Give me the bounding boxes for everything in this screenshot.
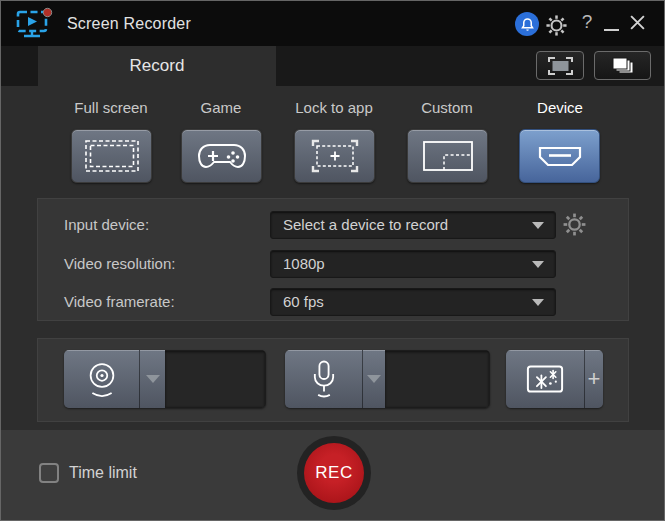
- mode-label-full-screen: Full screen: [51, 99, 171, 116]
- time-limit-label: Time limit: [69, 462, 137, 484]
- notification-bell-button[interactable]: [515, 12, 539, 36]
- screenshot-button[interactable]: [536, 51, 584, 80]
- video-resolution-select[interactable]: 1080p: [270, 250, 556, 278]
- mode-label-device: Device: [500, 99, 620, 116]
- dropdown-arrow-icon: [532, 299, 544, 306]
- gamepad-icon: [193, 136, 251, 176]
- dropdown-arrow-icon: [532, 261, 544, 268]
- titlebar: Screen Recorder ?: [1, 1, 664, 46]
- record-button[interactable]: REC: [297, 436, 371, 510]
- close-icon: [629, 14, 646, 31]
- mode-label-game: Game: [161, 99, 281, 116]
- screen-recorder-window: Screen Recorder ?: [0, 0, 665, 521]
- mode-label-custom: Custom: [387, 99, 507, 116]
- gear-icon: [545, 14, 568, 37]
- dropdown-arrow-icon: [532, 222, 544, 229]
- mode-button-full-screen[interactable]: [71, 129, 152, 183]
- device-advanced-settings-button[interactable]: [562, 212, 587, 237]
- settings-gear-button[interactable]: [545, 14, 568, 37]
- webcam-button[interactable]: [64, 350, 139, 408]
- tab-record[interactable]: Record: [38, 46, 276, 87]
- webcam-dropdown-button[interactable]: [139, 350, 165, 408]
- lock-to-app-icon: [303, 135, 367, 177]
- add-effect-button[interactable]: +: [584, 350, 603, 408]
- stacked-windows-icon: [610, 55, 636, 76]
- close-button[interactable]: [629, 14, 651, 34]
- video-resolution-value: 1080p: [283, 255, 325, 272]
- click-effects-button[interactable]: [506, 350, 584, 408]
- bell-icon: [520, 17, 535, 32]
- video-framerate-label: Video framerate:: [64, 288, 175, 316]
- minimize-icon: [604, 29, 619, 31]
- mode-label-lock-to-app: Lock to app: [274, 99, 394, 116]
- minimize-button[interactable]: [602, 15, 622, 33]
- full-screen-icon: [80, 136, 144, 176]
- input-device-select[interactable]: Select a device to record: [270, 211, 556, 239]
- effects-group: +: [506, 350, 603, 408]
- captured-files-button[interactable]: [594, 51, 651, 80]
- gear-icon: [562, 212, 587, 237]
- help-button[interactable]: ?: [577, 11, 597, 36]
- video-framerate-select[interactable]: 60 fps: [270, 288, 556, 316]
- webcam-icon: [81, 357, 123, 401]
- record-button-face: REC: [304, 443, 364, 503]
- hdmi-device-icon: [530, 136, 590, 176]
- microphone-icon: [304, 356, 344, 402]
- capture-devices-panel: +: [37, 338, 629, 422]
- screenshot-icon: [547, 56, 574, 76]
- app-logo-icon: [14, 7, 58, 44]
- video-resolution-label: Video resolution:: [64, 250, 175, 278]
- custom-region-icon: [416, 135, 480, 177]
- dropdown-arrow-icon: [367, 375, 381, 383]
- webcam-group: [64, 350, 266, 408]
- tab-bar: Record: [1, 46, 664, 86]
- mode-button-lock-to-app[interactable]: [294, 129, 375, 183]
- click-effects-icon: [522, 361, 568, 397]
- app-title: Screen Recorder: [67, 1, 191, 46]
- input-device-value: Select a device to record: [283, 216, 448, 233]
- mode-button-game[interactable]: [181, 129, 262, 183]
- input-device-label: Input device:: [64, 211, 149, 239]
- mode-button-custom[interactable]: [407, 129, 488, 183]
- video-framerate-value: 60 fps: [283, 293, 324, 310]
- time-limit-checkbox[interactable]: [39, 463, 59, 483]
- microphone-group: [285, 350, 490, 408]
- device-settings-panel: Input device: Video resolution: Video fr…: [37, 198, 629, 321]
- dropdown-arrow-icon: [146, 375, 160, 383]
- webcam-name-field: [165, 350, 266, 408]
- mode-button-device[interactable]: [519, 129, 600, 183]
- footer-bar: Time limit REC: [1, 430, 664, 521]
- microphone-button[interactable]: [285, 350, 362, 408]
- microphone-name-field: [385, 350, 490, 408]
- microphone-dropdown-button[interactable]: [362, 350, 385, 408]
